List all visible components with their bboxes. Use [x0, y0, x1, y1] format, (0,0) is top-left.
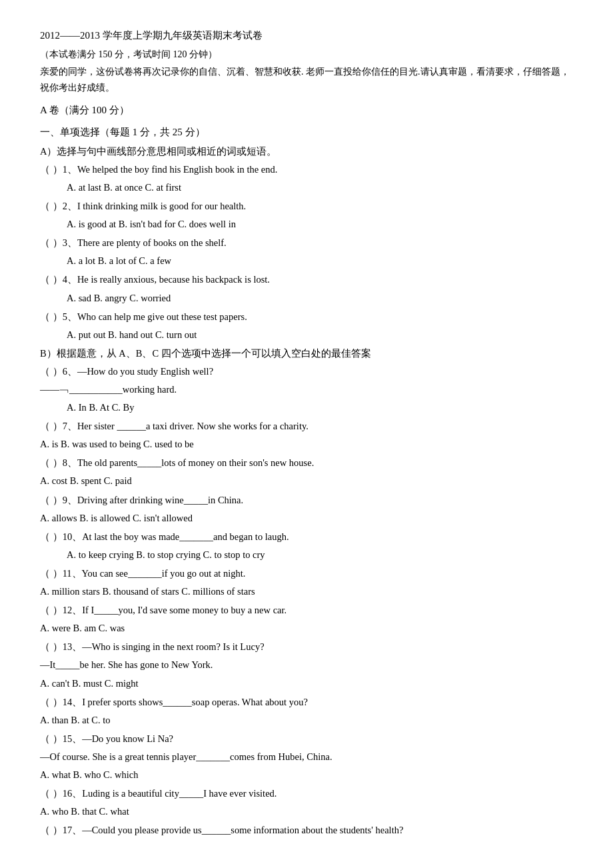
question-7: （ ）7、Her sister ______a taxi driver. Now… — [40, 417, 573, 453]
q4-text: （ ）4、He is really anxious, because his b… — [40, 271, 573, 288]
q8-options: A. cost B. spent C. paid — [40, 472, 573, 489]
q15-line2: —Of course. She is a great tennis player… — [40, 748, 573, 765]
q12-text: （ ）12、If I_____you, I'd save some money … — [40, 601, 573, 619]
question-9: （ ）9、Driving after drinking wine_____in … — [40, 491, 573, 527]
section-a-desc: A）选择与句中画线部分意思相同或相近的词或短语。 — [40, 143, 573, 160]
question-16: （ ）16、Luding is a beautiful city_____I h… — [40, 785, 573, 820]
q13-options: A. can't B. must C. might — [40, 675, 573, 692]
q17-text: （ ）17、—Could you please provide us______… — [40, 821, 573, 839]
q7-text: （ ）7、Her sister ______a taxi driver. Now… — [40, 417, 573, 435]
q2-text: （ ）2、I think drinking milk is good for o… — [40, 197, 573, 215]
question-5: （ ）5、Who can help me give out these test… — [40, 308, 573, 343]
q16-options: A. who B. that C. what — [40, 803, 573, 820]
question-6: （ ）6、—How do you study English well? ——﹁… — [40, 363, 573, 416]
q10-options: A. to keep crying B. to stop crying C. t… — [40, 546, 573, 563]
q11-options: A. million stars B. thousand of stars C.… — [40, 583, 573, 600]
question-8: （ ）8、The old parents_____lots of money o… — [40, 454, 573, 489]
q4-options: A. sad B. angry C. worried — [40, 289, 573, 307]
question-14: （ ）14、I prefer sports shows______soap op… — [40, 693, 573, 729]
page-container: 2012——2013 学年度上学期九年级英语期末考试卷 （本试卷满分 150 分… — [40, 27, 573, 839]
q13-line2: —It_____be her. She has gone to New York… — [40, 656, 573, 673]
question-4: （ ）4、He is really anxious, because his b… — [40, 271, 573, 306]
exam-intro: 亲爱的同学，这份试卷将再次记录你的自信、沉着、智慧和收获. 老师一直投给你信任的… — [40, 64, 573, 96]
question-17: （ ）17、—Could you please provide us______… — [40, 821, 573, 839]
section-b-desc: B）根据题意，从 A、B、C 四个选项中选择一个可以填入空白处的最佳答案 — [40, 345, 573, 362]
q12-options: A. were B. am C. was — [40, 619, 573, 637]
q7-options: A. is B. was used to being C. used to be — [40, 435, 573, 453]
question-15: （ ）15、—Do you know Li Na? —Of course. Sh… — [40, 730, 573, 783]
q11-text: （ ）11、You can see_______if you go out at… — [40, 565, 573, 582]
exam-title: 2012——2013 学年度上学期九年级英语期末考试卷 — [40, 27, 573, 45]
question-11: （ ）11、You can see_______if you go out at… — [40, 565, 573, 600]
question-2: （ ）2、I think drinking milk is good for o… — [40, 197, 573, 233]
q5-options: A. put out B. hand out C. turn out — [40, 326, 573, 343]
q14-text: （ ）14、I prefer sports shows______soap op… — [40, 693, 573, 711]
q1-options: A. at last B. at once C. at first — [40, 179, 573, 196]
exam-subtitle: （本试卷满分 150 分，考试时间 120 分钟） — [40, 46, 573, 63]
q16-text: （ ）16、Luding is a beautiful city_____I h… — [40, 785, 573, 802]
q6-text: （ ）6、—How do you study English well? — [40, 363, 573, 380]
q6-line2: ——﹁___________working hard. — [40, 381, 573, 398]
q14-options: A. than B. at C. to — [40, 711, 573, 729]
question-12: （ ）12、If I_____you, I'd save some money … — [40, 601, 573, 637]
question-3: （ ）3、There are plenty of books on the sh… — [40, 234, 573, 269]
q2-options: A. is good at B. isn't bad for C. does w… — [40, 215, 573, 233]
q1-text: （ ）1、We helped the boy find his English … — [40, 161, 573, 178]
q15-text: （ ）15、—Do you know Li Na? — [40, 730, 573, 747]
q15-options: A. what B. who C. which — [40, 766, 573, 783]
q9-options: A. allows B. is allowed C. isn't allowed — [40, 509, 573, 527]
q6-options: A. In B. At C. By — [40, 399, 573, 416]
q8-text: （ ）8、The old parents_____lots of money o… — [40, 454, 573, 471]
question-1: （ ）1、We helped the boy find his English … — [40, 161, 573, 196]
q5-text: （ ）5、Who can help me give out these test… — [40, 308, 573, 325]
q3-text: （ ）3、There are plenty of books on the sh… — [40, 234, 573, 251]
question-13: （ ）13、—Who is singing in the next room? … — [40, 638, 573, 691]
q10-text: （ ）10、At last the boy was made_______and… — [40, 528, 573, 545]
q9-text: （ ）9、Driving after drinking wine_____in … — [40, 491, 573, 509]
section1-title: 一、单项选择（每题 1 分，共 25 分） — [40, 123, 573, 141]
q3-options: A. a lot B. a lot of C. a few — [40, 252, 573, 269]
question-10: （ ）10、At last the boy was made_______and… — [40, 528, 573, 563]
section-a-title: A 卷（满分 100 分） — [40, 101, 573, 119]
q13-text: （ ）13、—Who is singing in the next room? … — [40, 638, 573, 655]
